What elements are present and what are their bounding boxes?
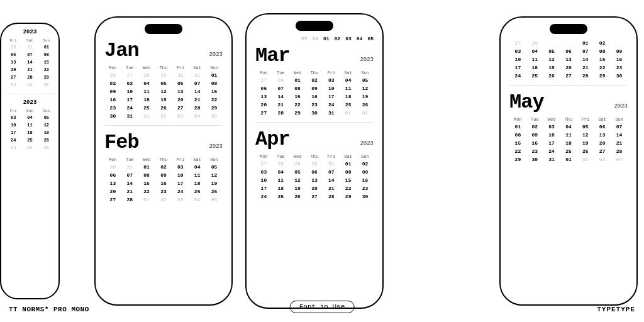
cal-day: 15 [206, 87, 223, 96]
cal-day: 13 [306, 176, 323, 184]
cal-day: 25 [189, 187, 206, 196]
day-header: Thu [306, 70, 323, 76]
left-divider [5, 94, 55, 94]
cal-table-feb: MonTueWedThuFriSatSun3031010203040506070… [104, 157, 223, 204]
cal-day: 18 [21, 129, 38, 136]
cal-day: 20 [172, 96, 189, 104]
day-header: Sat [189, 157, 206, 163]
cal-day: 19 [577, 139, 594, 147]
cal-day: 03 [255, 168, 272, 176]
cal-day: 02 [526, 123, 543, 131]
day-header: Sun [357, 153, 374, 160]
notch-2 [296, 21, 333, 31]
cal-day: 05 [289, 168, 306, 176]
cal-day: 14 [121, 179, 138, 187]
cal-day: 02 [577, 155, 594, 164]
cal-day: 01 [138, 163, 155, 171]
cal-day: 14 [611, 131, 628, 139]
cal-day: 28 [323, 192, 340, 201]
cal-day: 09 [104, 87, 121, 96]
month-header-may: May2023 [509, 91, 628, 114]
day-header: Sat [21, 38, 38, 43]
cal-day: 06 [172, 79, 189, 87]
cal-day: 30 [611, 72, 628, 80]
font-in-use-label[interactable]: Font in Use [290, 301, 355, 313]
cal-day: 19 [289, 184, 306, 192]
cal-day: 23 [357, 184, 374, 192]
cal-day: 23 [611, 64, 628, 72]
cal-day: 15 [289, 92, 306, 101]
cal-day: 01 [560, 155, 577, 164]
cal-day: 10 [323, 84, 340, 92]
day-header: Wed [543, 116, 560, 123]
cal-day: 04 [272, 168, 289, 176]
cal-day: 14 [189, 87, 206, 96]
cal-day: 28 [526, 39, 543, 47]
cal-day: 16 [104, 96, 121, 104]
cal-day: 30 [306, 160, 323, 168]
cal-day: 26 [155, 104, 172, 112]
phone-jan-feb-content: Jan2023MonTueWedThuFriSatSun262728293031… [96, 34, 231, 296]
cal-day: 22 [289, 101, 306, 109]
cal-day: 21 [577, 64, 594, 72]
cal-day: 04 [189, 112, 206, 120]
cal-day: 13 [560, 55, 577, 64]
cal-day: 21 [272, 101, 289, 109]
cal-day: 04 [21, 114, 38, 121]
day-header: Fri [5, 108, 21, 114]
cal-day: 07 [323, 168, 340, 176]
month-name-jan: Jan [104, 39, 139, 62]
left-partial-phone: 2023 FriSatSun 3031010607081314152021222… [0, 23, 60, 299]
cal-day: 18 [560, 139, 577, 147]
cal-day: 29 [206, 104, 223, 112]
cal-day: 20 [5, 66, 21, 74]
cal-day: 20 [255, 101, 272, 109]
year-label-jan: 2023 [209, 52, 223, 58]
cal-day: 12 [357, 84, 374, 92]
day-header: Tue [121, 65, 138, 71]
cal-day: 18 [138, 96, 155, 104]
cal-day: 05 [38, 81, 55, 89]
cal-day: 11 [272, 176, 289, 184]
cal-day: 01 [340, 109, 357, 117]
brand-right: TYPETYPE [597, 306, 635, 313]
phone-mar-apr-content: 27280102030405Mar2023MonTueWedThuFriSatS… [247, 31, 382, 299]
cal-day: 10 [543, 131, 560, 139]
cal-day: 28 [189, 104, 206, 112]
cal-day: 24 [255, 192, 272, 201]
cal-day: 08 [38, 51, 55, 58]
cal-day: 13 [594, 131, 611, 139]
cal-day: 24 [509, 72, 526, 80]
notch-3 [550, 24, 587, 34]
cal-day: 17 [255, 184, 272, 192]
cal-day: 05 [206, 196, 223, 204]
cal-day: 11 [340, 84, 357, 92]
day-header: Wed [289, 153, 306, 160]
left-cal-2: FriSatSun 030405101112171819242526030405 [5, 108, 55, 152]
cal-day: 04 [560, 123, 577, 131]
cal-day: 17 [5, 129, 21, 136]
phone-may: 2728010203040506070809101112131415161718… [499, 16, 638, 306]
cal-day: 26 [577, 147, 594, 155]
cal-day: 01 [138, 196, 155, 204]
cal-day: 30 [104, 112, 121, 120]
cal-day: 05 [543, 47, 560, 55]
cal-day: 12 [543, 55, 560, 64]
cal-day: 28 [272, 76, 289, 84]
cal-day: 16 [526, 139, 543, 147]
cal-day: 03 [172, 112, 189, 120]
day-header: Wed [138, 157, 155, 163]
cal-day: 29 [509, 155, 526, 164]
cal-day: 31 [189, 71, 206, 79]
cal-day: 21 [121, 187, 138, 196]
day-header: Fri [5, 38, 21, 43]
cal-day: 04 [526, 47, 543, 55]
day-header: Wed [138, 65, 155, 71]
cal-day: 18 [272, 184, 289, 192]
year-label-feb: 2023 [209, 143, 223, 150]
cal-day: 12 [289, 176, 306, 184]
day-header: Tue [272, 153, 289, 160]
cal-day: 04 [138, 79, 155, 87]
cal-day: 29 [38, 74, 55, 81]
cal-day: 27 [255, 160, 272, 168]
